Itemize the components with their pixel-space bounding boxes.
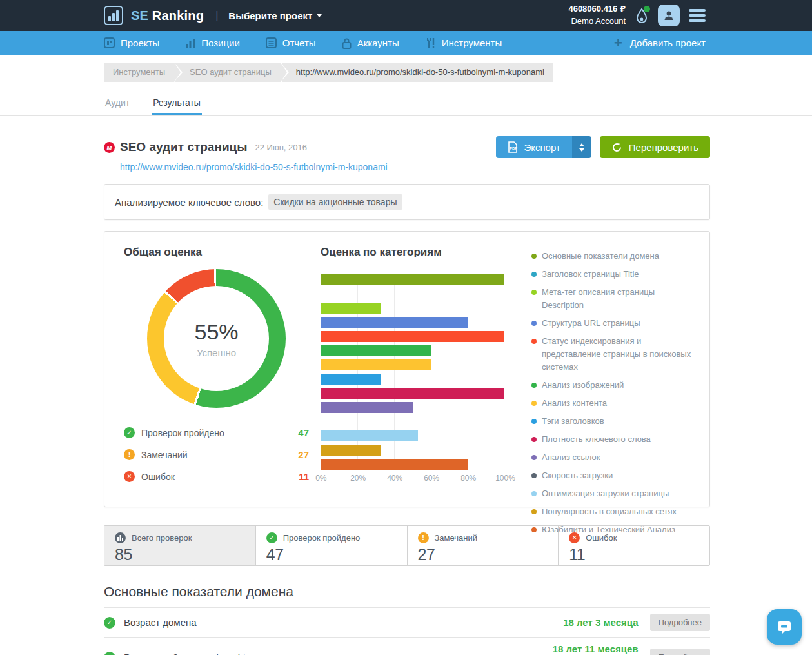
tab-audit[interactable]: Аудит (104, 92, 131, 115)
nav-label: Проекты (121, 37, 159, 48)
domain-metric-row: Возраст сайта по web.archive.org 18 лет … (104, 638, 710, 655)
summary-card-success[interactable]: Проверок пройдено 47 (256, 526, 408, 565)
summary-value: 27 (418, 545, 548, 564)
bar-row (321, 303, 504, 314)
nav-item-projects[interactable]: Проекты (104, 37, 159, 48)
legend-label: Анализ контента (542, 398, 607, 408)
success-icon (104, 617, 115, 629)
legend-label: Оптимизация загрузки страницы (542, 489, 669, 498)
notifications-icon[interactable] (635, 7, 649, 24)
success-icon (104, 652, 115, 655)
legend-item: Плотность ключевого слова (531, 433, 698, 446)
success-icon (266, 532, 277, 543)
category-bar (321, 459, 468, 470)
keyword-chip: Скидки на акционные товары (268, 194, 402, 210)
export-split-button: PDF Экспорт (496, 136, 591, 158)
avatar[interactable] (658, 5, 680, 26)
stat-warning: Замечаний 27 (124, 449, 309, 460)
score-caption: Успешно (197, 347, 236, 358)
top-right-group: 4608060.416 ₽ Demo Account (568, 3, 706, 28)
nav-item-positions[interactable]: Позиции (185, 37, 240, 48)
bar-row (321, 317, 504, 328)
breadcrumb-url[interactable]: http://www.mvideo.ru/promo/skidki-do-50-… (282, 63, 553, 82)
categories-chart-block: Оценка по категориям 0%20%40%60%80%100% (321, 246, 517, 495)
bar-row (321, 359, 504, 370)
legend-label: Структура URL страницы (542, 318, 640, 328)
menu-icon[interactable] (689, 9, 706, 22)
breadcrumb-seo-audit[interactable]: SEO аудит страницы (175, 63, 281, 82)
bar-row (321, 288, 504, 299)
nav-item-reports[interactable]: Отчеты (266, 37, 316, 48)
total-icon (115, 532, 126, 543)
bar-row (321, 445, 504, 456)
project-selector[interactable]: Выберите проект (228, 10, 322, 21)
legend-label: Тэги заголовков (542, 416, 604, 426)
recheck-button[interactable]: Перепроверить (600, 136, 710, 158)
legend-dot-icon (531, 491, 537, 496)
svg-text:PDF: PDF (510, 146, 517, 150)
nav-label: Аккаунты (357, 37, 399, 48)
legend-label: Заголовок страницы Title (542, 269, 639, 279)
nav-item-tools[interactable]: Инструменты (425, 37, 502, 49)
legend-item: Статус индексирования и представление ст… (531, 335, 698, 374)
summary-card-total[interactable]: Всего проверок 85 (104, 526, 256, 565)
category-bar (321, 359, 431, 370)
nav-item-accounts[interactable]: Аккаунты (342, 37, 399, 49)
summary-value: 11 (569, 545, 699, 564)
export-options-button[interactable] (572, 136, 591, 158)
category-bar (321, 402, 413, 413)
account-name: Demo Account (568, 15, 626, 28)
status-dot (644, 6, 650, 12)
tools-icon (425, 37, 436, 49)
legend-label: Анализ ссылок (542, 452, 600, 462)
breadcrumb: Инструменты SEO аудит страницы http://ww… (104, 63, 710, 82)
legend-label: Анализ изображений (542, 380, 624, 390)
category-bar (321, 303, 381, 314)
legend-item: Юзабилити и Технический Анализ (531, 523, 698, 536)
stat-label: Ошибок (141, 472, 175, 482)
bar-row (321, 402, 504, 413)
axis-tick-label: 0% (315, 474, 326, 483)
audit-date: 22 Июн, 2016 (255, 143, 308, 152)
details-button[interactable]: Подробнее (650, 649, 710, 655)
stat-value: 27 (298, 449, 309, 460)
positions-icon (185, 38, 195, 48)
add-project-button[interactable]: + Добавить проект (614, 36, 706, 50)
nav-label: Отчеты (282, 37, 316, 48)
site-favicon: м (104, 142, 115, 153)
category-bar (321, 317, 468, 328)
categories-chart-title: Оценка по категориям (321, 246, 517, 259)
keyword-label: Анализируемое ключевое слово: (115, 197, 263, 208)
error-icon (124, 471, 135, 482)
brand-ranking: Ranking (152, 8, 204, 23)
export-button[interactable]: PDF Экспорт (496, 136, 571, 158)
legend-item: Анализ изображений (531, 379, 698, 392)
category-bar (321, 345, 431, 356)
category-bar (321, 430, 418, 441)
metric-value: 18 лет 11 месяцев (553, 643, 639, 654)
tab-results[interactable]: Результаты (152, 92, 202, 115)
reports-icon (266, 37, 277, 48)
details-button[interactable]: Подробнее (650, 614, 710, 631)
bar-row (321, 388, 504, 399)
legend-item: Мета-тег описания страницы Description (531, 286, 698, 312)
legend-item: Скорость загрузки (531, 469, 698, 482)
bar-row (321, 459, 504, 470)
audited-url-link[interactable]: http://www.mvideo.ru/promo/skidki-do-50-… (120, 162, 388, 172)
stat-success: Проверок пройдено 47 (124, 427, 309, 438)
keyword-card: Анализируемое ключевое слово: Скидки на … (104, 184, 710, 220)
legend-label: Статус индексирования и представление ст… (542, 336, 691, 372)
score-donut-chart: 55% Успешно (147, 269, 286, 408)
categories-bar-chart (321, 274, 504, 470)
add-project-label: Добавить проект (630, 37, 706, 48)
legend-dot-icon (531, 339, 537, 344)
stat-label: Замечаний (141, 450, 188, 460)
chat-widget-button[interactable] (767, 609, 802, 645)
breadcrumb-tools[interactable]: Инструменты (104, 63, 174, 82)
warning-icon (124, 449, 135, 460)
recheck-label: Перепроверить (629, 142, 698, 153)
stat-label: Проверок пройдено (141, 428, 224, 438)
overall-score-title: Общая оценка (124, 246, 309, 259)
legend-dot-icon (531, 254, 537, 259)
axis-tick-label: 20% (350, 474, 366, 483)
